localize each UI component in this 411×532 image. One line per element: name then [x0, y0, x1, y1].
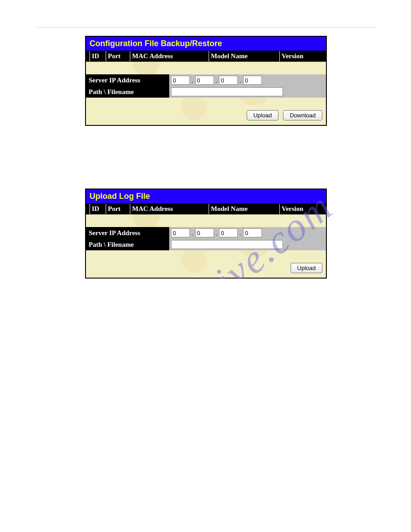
- header-id: ID: [90, 51, 106, 61]
- header-id: ID: [90, 204, 106, 214]
- header-version: Version: [279, 204, 326, 214]
- ip-dot: .: [238, 77, 243, 84]
- server-ip-label: Server IP Address: [86, 74, 169, 86]
- server-ip-input-group: . . .: [169, 227, 326, 239]
- ip-dot: .: [214, 230, 219, 236]
- path-filename-input[interactable]: [171, 240, 283, 249]
- ip-octet-2[interactable]: [195, 228, 214, 237]
- server-ip-input-group: . . .: [169, 74, 326, 86]
- header-port: Port: [106, 204, 130, 214]
- button-row: Upload Download: [86, 98, 326, 125]
- path-filename-label: Path \ Filename: [86, 239, 169, 250]
- header-version: Version: [279, 51, 326, 61]
- header-model: Model Name: [209, 51, 279, 61]
- download-button[interactable]: Download: [283, 110, 322, 120]
- header-mac: MAC Address: [130, 51, 209, 61]
- panel-title: Upload Log File: [86, 189, 326, 204]
- server-ip-label: Server IP Address: [86, 227, 169, 239]
- path-filename-input[interactable]: [171, 87, 283, 96]
- ip-octet-4[interactable]: [243, 228, 262, 237]
- ip-octet-2[interactable]: [195, 76, 214, 85]
- server-ip-row: Server IP Address . . .: [86, 74, 326, 86]
- panel-title: Configuration File Backup/Restore: [86, 37, 326, 51]
- ip-octet-3[interactable]: [219, 76, 238, 85]
- ip-octet-3[interactable]: [219, 228, 238, 237]
- ip-octet-4[interactable]: [243, 76, 262, 85]
- server-ip-row: Server IP Address . . .: [86, 227, 326, 239]
- config-backup-restore-panel: Configuration File Backup/Restore ID Por…: [85, 36, 327, 126]
- path-filename-input-wrap: [169, 86, 326, 98]
- device-table-header: ID Port MAC Address Model Name Version: [86, 204, 326, 215]
- device-table-header: ID Port MAC Address Model Name Version: [86, 51, 326, 62]
- ip-octet-1[interactable]: [171, 228, 190, 237]
- button-row: Upload: [86, 250, 326, 278]
- path-filename-row: Path \ Filename: [86, 86, 326, 98]
- ip-dot: .: [238, 230, 243, 236]
- upload-log-file-panel: Upload Log File ID Port MAC Address Mode…: [85, 189, 327, 279]
- ip-dot: .: [190, 77, 195, 84]
- spacer: [86, 215, 326, 227]
- upload-button[interactable]: Upload: [247, 110, 278, 120]
- spacer: [86, 62, 326, 74]
- path-filename-row: Path \ Filename: [86, 239, 326, 250]
- header-mac: MAC Address: [130, 204, 209, 214]
- header-model: Model Name: [209, 204, 279, 214]
- page-divider: [36, 27, 375, 28]
- ip-octet-1[interactable]: [171, 76, 190, 85]
- path-filename-label: Path \ Filename: [86, 86, 169, 98]
- ip-dot: .: [190, 230, 195, 236]
- header-port: Port: [106, 51, 130, 61]
- ip-dot: .: [214, 77, 219, 84]
- path-filename-input-wrap: [169, 239, 326, 250]
- upload-button[interactable]: Upload: [291, 263, 322, 273]
